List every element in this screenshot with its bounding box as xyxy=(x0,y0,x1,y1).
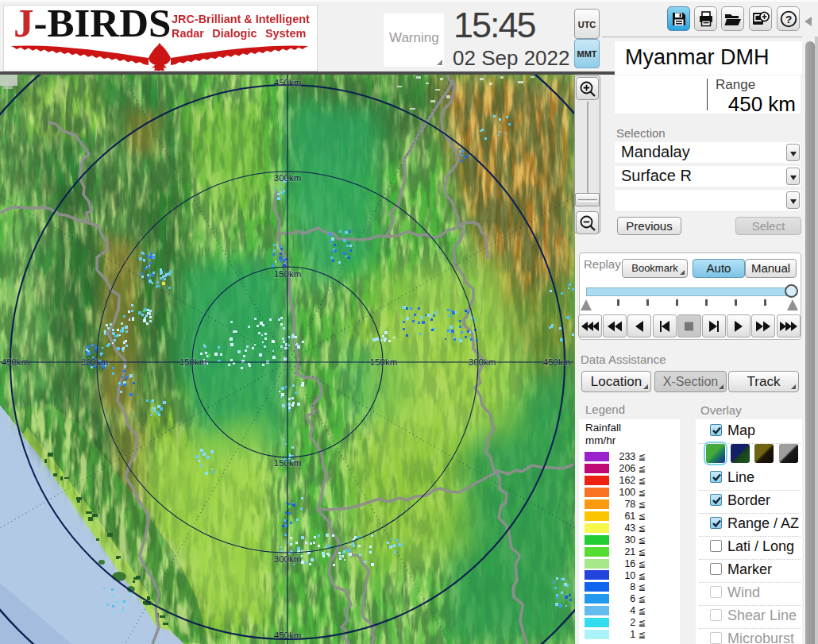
svg-text:150km: 150km xyxy=(274,458,302,468)
svg-text:150km: 150km xyxy=(179,357,207,367)
svg-text:450km: 450km xyxy=(274,631,302,640)
svg-text:300km: 300km xyxy=(81,357,109,367)
svg-text:?: ? xyxy=(785,13,791,25)
svg-text:300km: 300km xyxy=(274,173,302,183)
svg-text:300km: 300km xyxy=(274,554,302,564)
svg-text:450km: 450km xyxy=(543,357,571,367)
svg-text:150km: 150km xyxy=(274,269,302,279)
svg-text:450km: 450km xyxy=(2,357,29,367)
svg-text:150km: 150km xyxy=(370,357,398,367)
svg-text:300km: 300km xyxy=(469,357,496,367)
svg-text:450km: 450km xyxy=(274,78,302,87)
